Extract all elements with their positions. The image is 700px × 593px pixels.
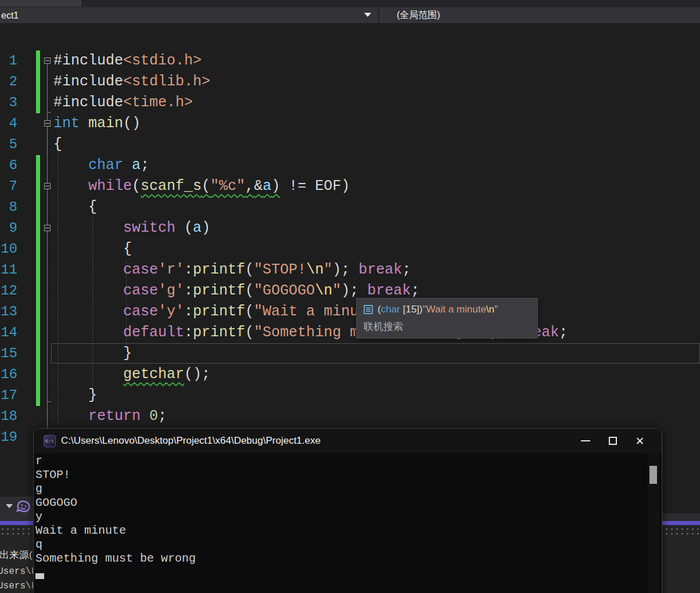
code-token: ,: [245, 178, 254, 195]
code-token: \n: [315, 282, 332, 299]
console-line: g: [35, 482, 645, 496]
minimize-icon: [581, 440, 590, 441]
code-token: #include: [53, 73, 123, 90]
fold-collapse-box[interactable]: [44, 225, 51, 231]
code-token: <stdio.h>: [123, 52, 202, 69]
console-title-bar[interactable]: C:\ C:\Users\Lenovo\Desktop\Project1\x64…: [34, 429, 662, 453]
code-line: case'r':printf("STOP!\n"); break;: [53, 260, 411, 281]
code-line: }: [53, 343, 132, 364]
console-scrollbar[interactable]: [648, 453, 659, 593]
close-button[interactable]: ✕: [626, 429, 654, 453]
code-token: case: [123, 261, 158, 278]
console-line: y: [35, 510, 645, 524]
tab-remnant[interactable]: [0, 0, 81, 6]
fold-collapse-box[interactable]: [44, 120, 51, 127]
line-number: 15: [0, 343, 17, 364]
code-token: (: [245, 303, 254, 320]
output-path-line: Users\L: [0, 566, 37, 577]
cmd-icon: C:\: [44, 435, 56, 447]
code-token: ;: [411, 282, 419, 299]
fold-collapse-box[interactable]: [44, 183, 51, 189]
code-token: char: [88, 157, 123, 174]
project-type-dropdown[interactable]: ect1: [0, 8, 377, 23]
code-token: ": [324, 261, 332, 278]
code-token: [141, 408, 149, 425]
code-line: return 0;: [53, 406, 167, 427]
code-token: printf: [193, 324, 245, 341]
code-token: !=: [280, 178, 315, 195]
code-token: {: [53, 240, 132, 257]
line-number: 18: [0, 406, 17, 427]
chevron-down-icon[interactable]: [364, 13, 371, 17]
line-number: 3: [0, 92, 17, 113]
code-token: ): [341, 178, 350, 195]
search-online-link[interactable]: 联机搜索: [364, 320, 530, 333]
code-token: ": [494, 304, 498, 315]
code-token: [80, 115, 88, 132]
code-token: :: [184, 282, 193, 299]
code-line: {: [53, 239, 132, 260]
code-token: EOF: [315, 178, 341, 195]
minimize-button[interactable]: [572, 429, 599, 453]
code-token: );: [332, 261, 358, 278]
code-token: (: [132, 178, 141, 195]
code-token: (: [202, 178, 210, 195]
code-token: [53, 220, 123, 236]
line-number: 10: [0, 239, 17, 260]
line-number: 5: [0, 134, 17, 155]
code-token: main: [88, 115, 123, 132]
code-line: }: [53, 385, 97, 406]
code-token: char: [381, 304, 400, 315]
code-token: \n: [486, 304, 494, 315]
code-token: a: [193, 220, 202, 236]
code-token: "Wait a minute: [423, 304, 486, 315]
code-token: [53, 282, 123, 299]
console-line: GOGOGO: [35, 496, 645, 510]
code-token: return: [88, 408, 141, 425]
code-token: ): [271, 178, 280, 195]
code-token: ;: [559, 324, 568, 341]
code-token: getchar: [123, 366, 184, 383]
console-line: r: [35, 454, 645, 468]
console-title: C:\Users\Lenovo\Desktop\Project1\x64\Deb…: [61, 435, 321, 447]
maximize-icon: [609, 437, 617, 445]
code-token: case: [123, 282, 158, 299]
code-token: );: [341, 282, 367, 299]
scope-dropdown-value: (全局范围): [397, 9, 440, 21]
chevron-down-icon[interactable]: [6, 504, 13, 508]
navigation-bar: ect1 (全局范围): [0, 7, 700, 24]
code-token: ;: [141, 157, 149, 174]
console-line: q: [35, 538, 645, 552]
console-window-controls: ✕: [572, 429, 654, 453]
code-line: #include<stdlib.h>: [53, 71, 210, 92]
send-feedback-icon[interactable]: [15, 499, 31, 517]
line-number: 14: [0, 322, 17, 343]
code-token: [53, 178, 88, 195]
datatip-value-text: (char [15])"Wait a minute\n": [378, 304, 498, 315]
fold-collapse-box[interactable]: [44, 57, 51, 64]
fold-guide-line: [47, 57, 48, 441]
code-token: ): [202, 220, 210, 236]
code-token: "STOP!: [254, 261, 306, 278]
code-token: (: [175, 220, 193, 236]
code-token: }: [53, 345, 132, 362]
code-token: :: [184, 261, 193, 278]
console-scrollbar-thumb[interactable]: [649, 466, 657, 484]
code-token: case: [123, 303, 158, 320]
code-token: while: [88, 178, 132, 195]
line-number: 16: [0, 364, 17, 385]
maximize-button[interactable]: [599, 429, 626, 453]
line-number: 17: [0, 385, 17, 406]
code-token: \n: [306, 261, 324, 278]
code-token: &: [254, 178, 263, 195]
code-line: while(scanf_s("%c",&a) != EOF): [53, 176, 350, 197]
line-number: 19: [0, 427, 17, 448]
code-token: #include: [53, 52, 123, 69]
code-token: break: [367, 282, 411, 299]
code-token: [123, 157, 132, 174]
code-token: {: [53, 136, 62, 153]
change-bar: [36, 155, 40, 406]
scope-dropdown[interactable]: (全局范围): [381, 8, 700, 23]
code-token: :: [184, 324, 193, 341]
code-line: {: [53, 197, 97, 218]
